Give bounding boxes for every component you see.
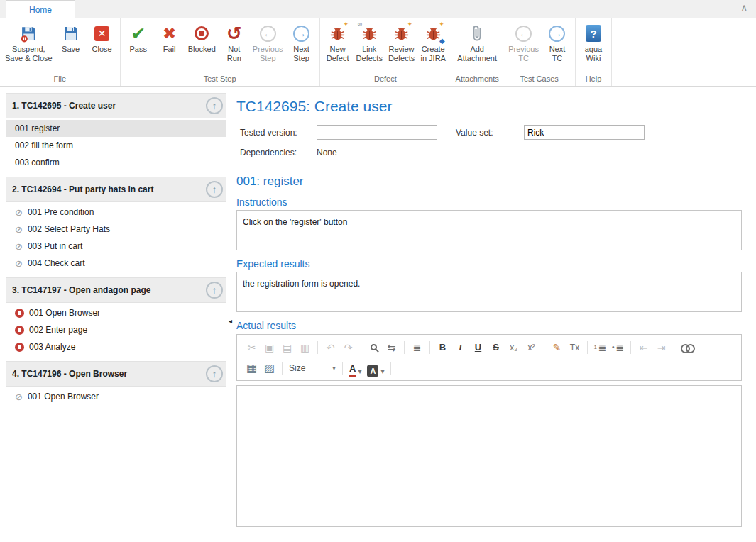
ribbon-tab-row: Home ∧ xyxy=(0,0,756,18)
step-item-001-pre-condition[interactable]: ⊘ 001 Pre condition xyxy=(6,204,226,221)
scroll-to-tc-icon[interactable]: ↑ xyxy=(206,97,223,114)
undo-icon[interactable]: ↶ xyxy=(322,339,339,356)
increase-indent-icon[interactable]: ⇥ xyxy=(652,339,670,356)
tab-home[interactable]: Home xyxy=(6,0,75,18)
tested-version-input[interactable] xyxy=(317,125,437,140)
step-item-001-open-browser-2[interactable]: ⊘ 001 Open Browser xyxy=(6,388,226,405)
numbered-list-icon[interactable]: ≣ xyxy=(591,339,609,356)
blocked-label: Blocked xyxy=(188,45,216,54)
link-rings-icon: ∞ xyxy=(358,21,362,28)
sidebar-tc-147196-header[interactable]: 4. TC147196 - Open Browser ↑ xyxy=(6,361,226,387)
step-item-003-put-in-cart[interactable]: ⊘ 003 Put in cart xyxy=(6,238,226,255)
scroll-to-tc-icon[interactable]: ↑ xyxy=(206,365,223,382)
toolbar-separator xyxy=(404,341,405,354)
paste-text-icon[interactable]: ▥ xyxy=(296,339,314,356)
paste-icon[interactable]: ▤ xyxy=(278,339,296,356)
step-item-001-open-browser[interactable]: 001 Open Browser xyxy=(6,304,226,321)
test-execution-panel: ◂ TC142695: Create user Tested version: … xyxy=(235,87,742,542)
underline-icon[interactable]: U xyxy=(469,339,487,356)
next-tc-button[interactable]: → Next TC xyxy=(542,21,573,63)
bulleted-list-icon[interactable]: ≣ xyxy=(609,339,627,356)
text-color-button[interactable]: A ▾ xyxy=(346,360,364,377)
scroll-to-tc-icon[interactable]: ↑ xyxy=(206,282,223,299)
tc-header-label: 2. TC142694 - Put party hats in cart xyxy=(12,184,153,194)
new-defect-bug-icon: ✦ xyxy=(329,22,346,45)
toolbar-separator xyxy=(544,341,544,354)
new-defect-label: New Defect xyxy=(327,45,349,63)
step-item-002-enter-page[interactable]: 002 Enter page xyxy=(6,321,226,338)
link-defects-button[interactable]: ∞ Link Defects xyxy=(354,21,385,63)
step-item-003-analyze[interactable]: 003 Analyze xyxy=(6,338,226,355)
insert-table-icon[interactable]: ▦ xyxy=(243,360,261,377)
step-item-002-fill-the-form[interactable]: 002 fill the form xyxy=(6,137,226,154)
create-in-jira-bug-icon: ✦ ◆ xyxy=(424,22,442,45)
chevron-down-icon: ▾ xyxy=(380,367,384,375)
chevron-down-icon: ▾ xyxy=(358,367,361,375)
strikethrough-icon[interactable]: S xyxy=(487,339,505,356)
rich-text-editor-toolbar: ✂ ▣ ▤ ▥ ↶ ↷ ⇆ ≣ B I U S x₂ x² ✎ Tx ≣ ≣ xyxy=(236,334,742,381)
arrow-left-glyph: ← xyxy=(519,28,528,39)
superscript-icon[interactable]: x² xyxy=(522,339,540,356)
not-run-icon: ↺ xyxy=(226,22,242,45)
replace-icon[interactable]: ⇆ xyxy=(383,339,400,356)
review-defects-label: Review Defects xyxy=(388,45,415,63)
not-run-status-icon: ⊘ xyxy=(15,259,23,268)
help-book-icon: ? xyxy=(586,22,601,45)
step-item-002-select-party-hats[interactable]: ⊘ 002 Select Party Hats xyxy=(6,221,226,238)
blockquote-icon[interactable]: ≣ xyxy=(408,339,426,356)
actual-results-editor-area[interactable] xyxy=(236,385,742,527)
review-defects-button[interactable]: ✦ Review Defects xyxy=(385,21,417,63)
italic-icon[interactable]: I xyxy=(451,339,469,356)
add-attachment-button[interactable]: Add Attachment xyxy=(454,21,500,63)
splitter-grip-icon[interactable]: ◂ xyxy=(229,317,232,325)
toolbar-separator xyxy=(342,362,343,375)
value-set-input[interactable] xyxy=(524,125,645,140)
search-icon[interactable] xyxy=(365,339,383,356)
aqua-wiki-button[interactable]: ? aqua Wiki xyxy=(578,21,609,63)
step-item-001-register[interactable]: 001 register xyxy=(6,120,226,137)
suspend-save-close-button[interactable]: Suspend, Save & Close xyxy=(2,21,55,63)
up-arrow-glyph: ↑ xyxy=(212,184,217,195)
redo-icon[interactable]: ↷ xyxy=(339,339,357,356)
copy-formatting-icon[interactable]: ✎ xyxy=(548,339,566,356)
remove-format-icon[interactable]: Tx xyxy=(566,339,584,356)
ribbon-group-help: ? aqua Wiki Help xyxy=(576,18,612,86)
previous-step-button[interactable]: ← Previous Step xyxy=(250,21,286,63)
group-label-help: Help xyxy=(576,73,611,86)
cut-icon[interactable]: ✂ xyxy=(243,339,261,356)
sidebar-tc-142695-header[interactable]: 1. TC142695 - Create user ↑ xyxy=(6,93,226,118)
close-button[interactable]: ✕ Close xyxy=(87,21,118,54)
blocked-button[interactable]: Blocked xyxy=(185,21,219,54)
previous-tc-button[interactable]: ← Previous TC xyxy=(505,21,542,63)
step-item-003-confirm[interactable]: 003 confirm xyxy=(6,154,226,171)
background-color-button[interactable]: A ▾ xyxy=(364,360,387,377)
toolbar-separator xyxy=(429,341,430,354)
toolbar-separator xyxy=(361,341,361,354)
fail-button[interactable]: ✖ Fail xyxy=(154,21,185,54)
paperclip-icon xyxy=(469,22,486,45)
sidebar-tc-147197-header[interactable]: 3. TC147197 - Open andagon page ↑ xyxy=(6,277,226,303)
bold-icon[interactable]: B xyxy=(434,339,451,356)
step-item-004-check-cart[interactable]: ⊘ 004 Check cart xyxy=(6,255,226,272)
not-run-button[interactable]: ↺ Not Run xyxy=(219,21,250,63)
create-in-jira-button[interactable]: ✦ ◆ Create in JIRA xyxy=(417,21,449,63)
link-icon[interactable] xyxy=(678,339,696,356)
scroll-to-tc-icon[interactable]: ↑ xyxy=(206,181,223,198)
subscript-icon[interactable]: x₂ xyxy=(505,339,522,356)
not-run-status-icon: ⊘ xyxy=(15,208,23,217)
expected-results-box[interactable]: the registration form is opened. xyxy=(236,272,742,312)
ribbon-collapse-button[interactable]: ∧ xyxy=(740,2,747,13)
copy-icon[interactable]: ▣ xyxy=(261,339,278,356)
decrease-indent-icon[interactable]: ⇤ xyxy=(635,339,652,356)
font-size-label: Size xyxy=(289,363,305,373)
step-label: 001 Open Browser xyxy=(28,392,99,402)
sidebar-tc-142694-header[interactable]: 2. TC142694 - Put party hats in cart ↑ xyxy=(6,177,226,202)
insert-image-icon[interactable]: ▨ xyxy=(261,360,278,377)
next-step-button[interactable]: → Next Step xyxy=(286,21,317,63)
pass-button[interactable]: ✔ Pass xyxy=(123,21,154,54)
font-size-dropdown[interactable]: Size ▾ xyxy=(286,360,339,376)
new-defect-button[interactable]: ✦ New Defect xyxy=(322,21,354,63)
test-case-sidebar: 1. TC142695 - Create user ↑ 001 register… xyxy=(0,87,234,542)
save-button[interactable]: Save xyxy=(55,21,87,54)
instructions-box[interactable]: Click on the 'register' button xyxy=(236,210,742,250)
